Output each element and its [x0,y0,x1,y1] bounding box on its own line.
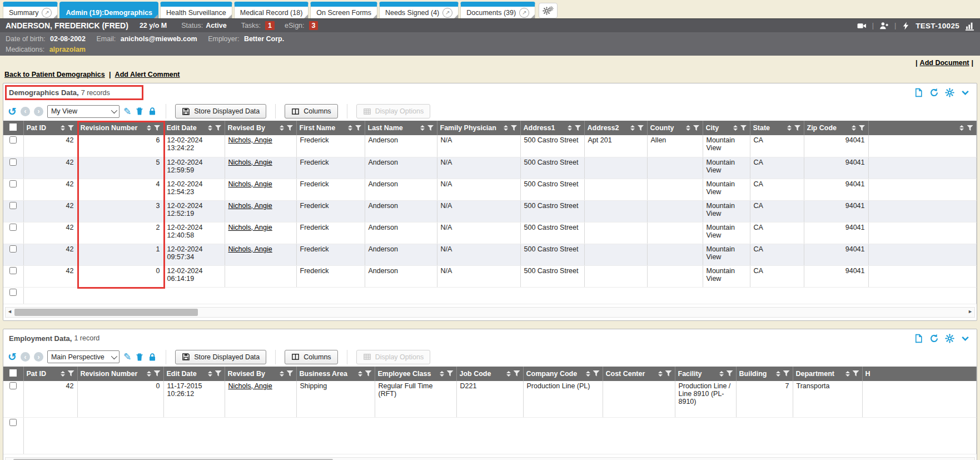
revised-by-link[interactable]: Nichols, Angie [228,245,272,253]
col-header-address2[interactable]: Address2 [584,121,647,135]
revised-by-link[interactable]: Nichols, Angie [228,136,272,144]
col-header-edit-date[interactable]: Edit Date [163,121,225,135]
sort-icon[interactable] [845,371,850,377]
revised-by-link[interactable]: Nichols, Angie [228,224,272,231]
gear-icon[interactable] [945,88,954,97]
col-header-department[interactable]: Department [793,367,862,381]
scroll-left-icon[interactable]: ◄ [7,309,12,314]
revised-by-link[interactable]: Nichols, Angie [228,180,272,188]
filter-icon[interactable] [514,370,520,377]
sort-icon[interactable] [61,125,65,131]
col-header-revised-by[interactable]: Revised By [225,121,296,135]
video-call-icon[interactable] [857,21,867,31]
sort-icon[interactable] [420,125,425,131]
col-header-city[interactable]: City [703,121,750,135]
select-all-checkbox[interactable] [9,369,17,377]
col-header-building[interactable]: Building [736,367,793,381]
edit-view-icon[interactable]: ✎ [123,352,131,362]
col-header-family-physician[interactable]: Family Physician [437,121,520,135]
revised-by-link[interactable]: Nichols, Angie [228,159,272,166]
filter-icon[interactable] [215,370,222,377]
sort-icon[interactable] [506,371,511,377]
tasks-badge[interactable]: 1 [265,21,275,30]
external-link-icon[interactable]: ↗ [42,8,52,18]
refresh-icon[interactable] [929,334,939,343]
collapse-chevron-icon[interactable] [961,334,970,343]
store-displayed-data-button[interactable]: Store Displayed Data [175,104,266,118]
sort-icon[interactable] [568,125,572,131]
col-header-revised-by[interactable]: Revised By [225,367,296,381]
esign-badge[interactable]: 3 [309,21,319,30]
col-header-first-name[interactable]: First Name [296,121,365,135]
sort-icon[interactable] [776,371,780,377]
view-select[interactable]: Main Perspective [47,350,120,363]
sort-icon[interactable] [208,125,212,131]
sort-icon[interactable] [719,371,724,377]
filter-icon[interactable] [287,125,293,131]
filter-icon[interactable] [593,370,600,377]
col-header-revision-number[interactable]: Revision Number [77,121,163,135]
undo-icon[interactable]: ↺ [8,106,17,117]
filter-icon[interactable] [575,125,581,131]
filter-icon[interactable] [638,125,644,131]
col-header-county[interactable]: County [647,121,703,135]
filter-icon[interactable] [794,125,801,131]
col-header-state[interactable]: State [750,121,804,135]
filter-icon[interactable] [287,370,293,377]
row-checkbox[interactable] [9,245,17,253]
sort-icon[interactable] [147,125,151,131]
filter-icon[interactable] [427,125,434,131]
row-checkbox[interactable] [9,159,17,166]
row-checkbox[interactable] [9,202,17,209]
add-alert-comment-link[interactable]: Add Alert Comment [115,71,180,78]
filter-icon[interactable] [859,125,865,131]
revised-by-link[interactable]: Nichols, Angie [228,382,272,390]
edit-view-icon[interactable]: ✎ [123,107,131,116]
history-forward-icon[interactable]: › [34,352,43,362]
col-header-facility[interactable]: Facility [675,367,736,381]
tab-health-surveillance[interactable]: Health Surveillance [160,2,232,18]
external-link-icon[interactable]: ↗ [442,8,452,18]
view-select[interactable]: My View [47,105,120,118]
filter-icon[interactable] [154,370,161,377]
tab-needs-signed[interactable]: Needs Signed (4) ↗ [379,2,459,18]
col-header-last-name[interactable]: Last Name [365,121,437,135]
col-header-partial[interactable] [868,121,977,135]
lock-view-icon[interactable] [148,107,157,116]
scroll-right-icon[interactable]: ► [968,309,973,314]
columns-button[interactable]: Columns [285,104,337,118]
sort-icon[interactable] [686,125,690,131]
filter-icon[interactable] [447,370,454,377]
filter-icon[interactable] [511,125,518,131]
delete-view-icon[interactable] [135,353,144,362]
filter-icon[interactable] [355,125,362,131]
sort-icon[interactable] [61,371,65,377]
filter-icon[interactable] [154,125,161,131]
tab-summary[interactable]: Summary ↗ [3,2,58,18]
select-all-checkbox[interactable] [9,123,17,131]
col-header-pat-id[interactable]: Pat ID [23,121,77,135]
col-header-business-area[interactable]: Business Area [296,367,375,381]
filter-icon[interactable] [365,370,372,377]
filter-icon[interactable] [727,370,733,377]
tab-admin-demographics[interactable]: Admin (19):Demographics [59,2,158,18]
col-header-address1[interactable]: Address1 [520,121,584,135]
sort-icon[interactable] [658,371,663,377]
sort-icon[interactable] [147,371,151,377]
history-back-icon[interactable]: ‹ [21,352,30,362]
row-checkbox[interactable] [9,267,17,274]
row-checkbox[interactable] [9,180,17,187]
medications-value[interactable]: alprazolam [49,46,86,53]
sort-icon[interactable] [733,125,738,131]
columns-button[interactable]: Columns [285,350,337,364]
row-checkbox[interactable] [9,289,17,296]
flowsheet-chart-icon[interactable] [965,21,974,31]
new-document-icon[interactable] [914,334,923,343]
col-header-edit-date[interactable]: Edit Date [163,367,225,381]
sort-icon[interactable] [348,125,352,131]
add-document-link[interactable]: Add Document [920,59,969,67]
sort-icon[interactable] [358,371,362,377]
history-back-icon[interactable]: ‹ [21,107,30,116]
scrollbar-thumb[interactable] [14,309,198,316]
col-header-job-code[interactable]: Job Code [456,367,523,381]
